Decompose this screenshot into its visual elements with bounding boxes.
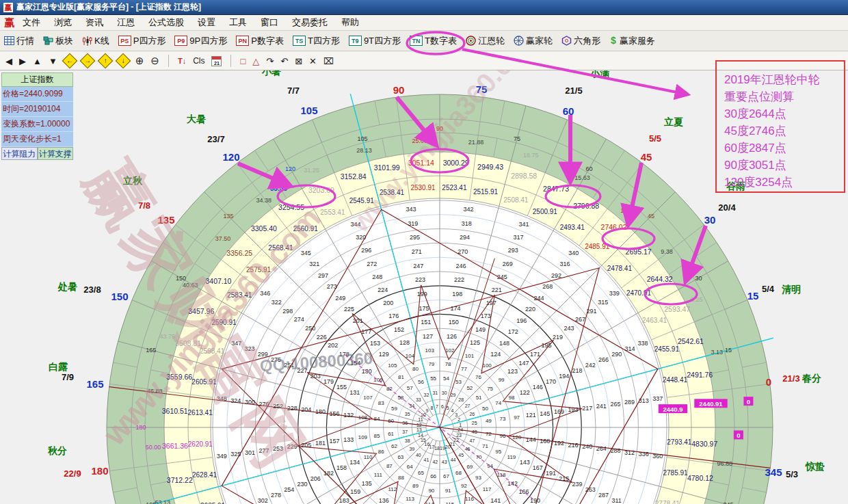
menu-item-9[interactable]: 交易委托 xyxy=(292,16,328,29)
menu-item-7[interactable]: 工具 xyxy=(229,16,247,29)
time-axis-icon[interactable]: T↓ xyxy=(178,57,186,65)
menu-item-1[interactable]: 文件 xyxy=(23,16,40,29)
svg-text:清明: 清明 xyxy=(782,284,801,295)
cls-icon[interactable]: Cls xyxy=(193,56,204,66)
toolbar-label-winner-wheel: 赢家轮 xyxy=(526,35,553,47)
svg-text:151: 151 xyxy=(421,319,431,326)
menu-item-5[interactable]: 公式选股 xyxy=(148,16,184,29)
svg-text:39: 39 xyxy=(409,447,414,451)
svg-text:268: 268 xyxy=(542,283,553,290)
svg-text:30: 30 xyxy=(695,275,702,282)
svg-text:204: 204 xyxy=(301,406,311,413)
svg-text:77: 77 xyxy=(461,366,467,372)
toolbar-button-t-square[interactable]: TST四方形 xyxy=(293,35,340,47)
svg-text:124: 124 xyxy=(490,351,501,358)
menu-item-4[interactable]: 江恩 xyxy=(117,16,135,29)
menu-item-8[interactable]: 窗口 xyxy=(261,16,278,29)
calc-resistance-button[interactable]: 计算阻力 xyxy=(1,147,38,160)
svg-text:250: 250 xyxy=(305,325,315,332)
toolbar-button-9t-square[interactable]: T99T四方形 xyxy=(349,35,401,47)
converge-icon[interactable]: ✕ xyxy=(309,56,317,66)
svg-text:2793.41: 2793.41 xyxy=(667,438,692,446)
cross-box-icon[interactable]: ⊠ xyxy=(295,56,302,66)
svg-text:70: 70 xyxy=(476,454,482,460)
toolbar-button-sectors[interactable]: 板块 xyxy=(43,35,73,47)
zoom-out-icon[interactable]: ⊖ xyxy=(150,55,159,67)
svg-text:3152.84: 3152.84 xyxy=(341,172,367,181)
toolbar-button-winner-service[interactable]: $赢家服务 xyxy=(609,35,655,47)
svg-text:217: 217 xyxy=(582,405,592,412)
svg-text:82: 82 xyxy=(386,386,393,392)
rotate-ccw-icon[interactable]: ↶ xyxy=(280,56,288,66)
toolbar-label-kline: K线 xyxy=(94,35,109,47)
triangle-tool-icon[interactable]: △ xyxy=(252,56,259,66)
svg-text:135: 135 xyxy=(223,213,233,220)
nav-left-icon[interactable]: ◀ xyxy=(5,56,12,66)
svg-text:80: 80 xyxy=(412,366,419,372)
pan-left-icon[interactable]: ← xyxy=(62,53,77,69)
nav-right-icon[interactable]: ▶ xyxy=(19,56,26,66)
svg-text:3661.36: 3661.36 xyxy=(162,442,188,450)
svg-text:25: 25 xyxy=(472,421,477,425)
svg-text:2746.02: 2746.02 xyxy=(601,223,627,231)
svg-text:73: 73 xyxy=(500,416,506,422)
menu-item-2[interactable]: 浏览 xyxy=(54,16,72,29)
calc-support-button[interactable]: 计算支撑 xyxy=(38,147,74,160)
menu-item-3[interactable]: 资讯 xyxy=(85,16,103,29)
svg-text:2500.91: 2500.91 xyxy=(533,208,558,215)
svg-text:2463.41: 2463.41 xyxy=(642,317,667,324)
svg-text:41: 41 xyxy=(424,457,429,462)
t-number-table-icon: TN xyxy=(410,36,423,46)
svg-text:2898.58: 2898.58 xyxy=(511,172,537,180)
menu-item-10[interactable]: 帮助 xyxy=(341,16,359,29)
svg-text:201: 201 xyxy=(353,317,363,324)
pan-right-icon[interactable]: → xyxy=(79,53,95,69)
toolbar-button-9p-square[interactable]: P99P四方形 xyxy=(174,35,227,47)
clear-board-icon[interactable]: ⌧ xyxy=(323,56,334,66)
toolbar-button-gann-wheel[interactable]: 江恩轮 xyxy=(466,35,505,47)
svg-text:34.38: 34.38 xyxy=(256,197,272,204)
calendar-icon[interactable]: 21 xyxy=(211,56,222,66)
pan-up-icon[interactable]: ↑ xyxy=(97,53,113,69)
svg-text:99: 99 xyxy=(499,377,505,383)
svg-text:287: 287 xyxy=(598,492,609,499)
menu-item-6[interactable]: 设置 xyxy=(198,16,215,29)
svg-text:2: 2 xyxy=(458,417,460,422)
svg-text:49: 49 xyxy=(486,418,492,424)
toolbar-button-p-square[interactable]: PSP四方形 xyxy=(118,35,166,47)
toolbar-button-t-number-table[interactable]: TNT数字表 xyxy=(410,35,457,47)
svg-text:89: 89 xyxy=(412,483,419,489)
nav-down-icon[interactable]: ▼ xyxy=(49,56,57,66)
toolbar-button-p-number-table[interactable]: PNP数字表 xyxy=(236,35,284,47)
toolbar-button-quotes[interactable]: 行情 xyxy=(4,35,34,47)
svg-text:246: 246 xyxy=(456,263,466,269)
svg-text:33: 33 xyxy=(416,397,421,402)
pan-down-icon[interactable]: ↓ xyxy=(115,53,131,69)
svg-text:53.13: 53.13 xyxy=(155,499,171,504)
svg-text:95: 95 xyxy=(495,449,501,455)
svg-text:惊蛰: 惊蛰 xyxy=(805,461,825,472)
svg-text:23/8: 23/8 xyxy=(83,284,101,295)
toolbar-label-p-square: P四方形 xyxy=(133,35,166,47)
svg-text:317: 317 xyxy=(514,234,524,241)
application-window: 赢 赢家江恩专业版[赢家服务平台] - [上证指数 江恩轮] 赢 文件浏览资讯江… xyxy=(0,0,848,504)
svg-text:289: 289 xyxy=(624,399,635,406)
svg-text:247: 247 xyxy=(413,263,423,269)
svg-text:123: 123 xyxy=(507,368,518,375)
svg-text:2847.73: 2847.73 xyxy=(543,185,569,193)
svg-text:15: 15 xyxy=(747,290,759,302)
svg-text:84: 84 xyxy=(374,416,380,422)
zoom-in-icon[interactable]: ⊕ xyxy=(135,55,144,67)
svg-text:248: 248 xyxy=(372,274,382,280)
toolbar-button-kline[interactable]: K线 xyxy=(82,35,109,47)
rotate-cw-icon[interactable]: ↷ xyxy=(266,56,274,66)
svg-text:20/4: 20/4 xyxy=(718,202,736,213)
svg-text:293: 293 xyxy=(508,247,518,254)
square-tool-icon[interactable]: □ xyxy=(240,56,246,66)
svg-text:133: 133 xyxy=(343,436,354,443)
toolbar-button-winner-wheel[interactable]: 赢家轮 xyxy=(514,35,553,47)
toolbar-button-hexagon[interactable]: 六角形 xyxy=(561,35,600,47)
svg-text:2448.41: 2448.41 xyxy=(663,376,688,384)
nav-up-icon[interactable]: ▲ xyxy=(33,56,42,66)
svg-text:31.25: 31.25 xyxy=(304,167,319,174)
